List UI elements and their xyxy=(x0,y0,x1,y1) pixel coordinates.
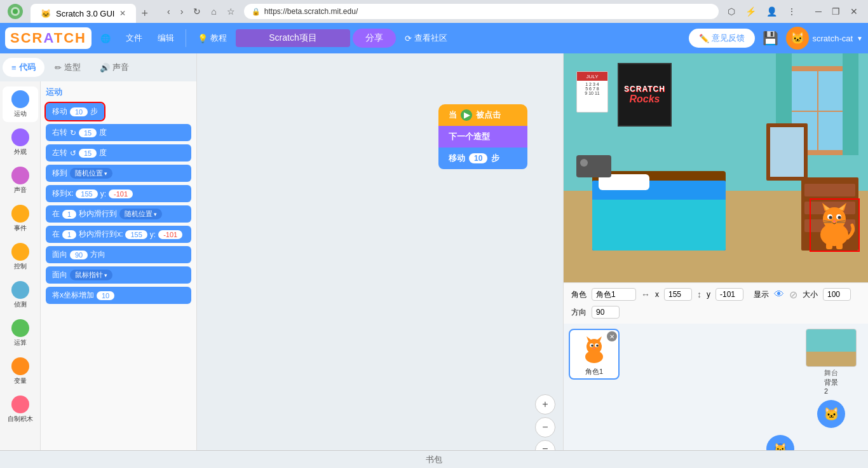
script-canvas[interactable]: 当 ▶ 被点击 下一个造型 移动 10 步 ▼ ✕ xyxy=(197,53,563,468)
save-button[interactable]: 💾 xyxy=(757,28,783,48)
sprite-delete-button[interactable]: ✕ xyxy=(607,331,617,341)
y-arrow-icon: ↕ xyxy=(697,289,702,299)
category-motion[interactable]: 运动 xyxy=(3,86,38,122)
glide-xy-value: 1 xyxy=(62,230,76,239)
active-tab[interactable]: 🐱 Scratch 3.0 GUI ✕ xyxy=(31,4,136,23)
turn-left-block[interactable]: 左转 ↺ 15 度 xyxy=(46,144,191,162)
hide-eye-button[interactable]: ⊘ xyxy=(789,289,797,301)
tab-close-button[interactable]: ✕ xyxy=(119,9,126,18)
forward-button[interactable]: › xyxy=(177,5,187,18)
add-backdrop-button[interactable]: 🐱 xyxy=(817,400,845,428)
y-input[interactable] xyxy=(715,288,743,301)
turn-right-value: 15 xyxy=(79,128,97,137)
sprite-name-input[interactable] xyxy=(592,288,636,301)
goto-dropdown[interactable]: 随机位置 ▾ xyxy=(70,168,112,179)
turn-right-block[interactable]: 右转 ↻ 15 度 xyxy=(46,124,191,141)
share-button[interactable]: 分享 xyxy=(353,29,396,48)
next-costume-block[interactable]: 下一个造型 xyxy=(438,126,527,148)
address-bar[interactable]: 🔒 https://beta.scratch.mit.edu/ xyxy=(244,4,719,19)
face-toward-dropdown[interactable]: 鼠标指针 ▾ xyxy=(70,270,112,280)
move-steps-block[interactable]: 移动 10 步 xyxy=(438,148,527,169)
main-area: ≡ 代码 ✏ 造型 🔊 声音 运动 外观 xyxy=(0,53,868,468)
edit-menu-button[interactable]: 编辑 xyxy=(151,29,180,48)
category-myblocks[interactable]: 自制积木 xyxy=(3,392,38,427)
face-dir-block[interactable]: 面向 90 方向 xyxy=(46,246,191,263)
flag-in-hat: ▶ xyxy=(461,109,472,121)
goto-xy-block[interactable]: 移到x: 155 y: -101 xyxy=(46,185,191,202)
change-x-block[interactable]: 将x坐标增加 10 xyxy=(46,287,191,304)
dir-input[interactable] xyxy=(592,306,620,319)
edit-label: 编辑 xyxy=(158,32,174,44)
size-label: 大小 xyxy=(803,289,818,300)
browser-menu-button[interactable]: ⋮ xyxy=(783,5,800,18)
browser-tab-strip: 🐱 Scratch 3.0 GUI ✕ + xyxy=(31,0,153,23)
move-block[interactable]: 移动 10 步 xyxy=(46,103,104,120)
tab-costumes[interactable]: ✏ 造型 xyxy=(46,58,90,77)
feedback-button[interactable]: ✏️ 意见反馈 xyxy=(689,29,755,48)
tutorial-label: 教程 xyxy=(210,32,227,44)
svg-rect-18 xyxy=(826,243,832,249)
close-window-button[interactable]: ✕ xyxy=(845,4,863,19)
size-input[interactable] xyxy=(823,288,851,301)
motion-label: 运动 xyxy=(14,109,27,118)
browser-nav-controls: ‹ › ↻ ⌂ ☆ xyxy=(163,5,239,18)
category-variables[interactable]: 变量 xyxy=(3,354,38,389)
file-menu-button[interactable]: 文件 xyxy=(119,29,149,48)
category-sound[interactable]: 声音 xyxy=(3,163,38,198)
category-sensing[interactable]: 侦测 xyxy=(3,277,38,313)
project-name-input[interactable] xyxy=(236,29,350,47)
tab-favicon: 🐱 xyxy=(41,9,51,18)
new-tab-button[interactable]: + xyxy=(136,4,153,23)
dresser-drawer-1 xyxy=(804,184,855,196)
save-icon: 💾 xyxy=(763,31,778,45)
stage-thumb-bg xyxy=(806,329,856,366)
glide-xy-block[interactable]: 在 1 秒内滑行到x: 155 y: -101 xyxy=(46,226,191,243)
profile-button[interactable]: 👤 xyxy=(763,5,781,18)
stage-thumbnail[interactable] xyxy=(806,329,857,367)
zoom-out-button[interactable]: − xyxy=(535,417,555,437)
scratch-poster: SCRATCH Rocks xyxy=(618,63,672,127)
tutorial-button[interactable]: 💡 教程 xyxy=(191,29,233,48)
restore-window-button[interactable]: ❐ xyxy=(827,4,845,19)
refresh-button[interactable]: ↻ xyxy=(189,5,205,18)
move-block-selected[interactable]: 移动 10 步 xyxy=(46,103,104,120)
user-menu[interactable]: 🐱 scratch-cat ▼ xyxy=(786,27,863,50)
glide-block[interactable]: 在 1 秒内滑行到 随机位置 ▾ xyxy=(46,205,191,223)
hat-block[interactable]: 当 ▶ 被点击 xyxy=(438,104,527,126)
window-bar-v xyxy=(817,71,818,150)
bg-count: 2 xyxy=(824,387,828,395)
category-control[interactable]: 控制 xyxy=(3,239,38,275)
move-steps-value: 10 xyxy=(469,153,487,163)
goto-label: 移到 xyxy=(52,168,67,179)
glide-value: 1 xyxy=(62,210,76,219)
community-button[interactable]: ⟳ 查看社区 xyxy=(398,29,454,48)
add-backdrop-button-container: 🐱 xyxy=(817,400,845,428)
x-input[interactable] xyxy=(664,288,692,301)
cast-button[interactable]: ⬡ xyxy=(724,5,739,18)
bookmark-button[interactable]: ☆ xyxy=(223,5,239,18)
user-avatar: 🐱 xyxy=(786,27,809,50)
extensions-button[interactable]: ⚡ xyxy=(742,5,760,18)
goto-block[interactable]: 移到 随机位置 ▾ xyxy=(46,165,191,182)
tab-sounds[interactable]: 🔊 声音 xyxy=(91,58,138,77)
globe-button[interactable]: 🌐 xyxy=(94,30,117,47)
category-events[interactable]: 事件 xyxy=(3,201,38,237)
category-looks[interactable]: 外观 xyxy=(3,125,38,160)
sprite-thumb-1[interactable]: ✕ 角色1 xyxy=(569,329,620,380)
glide-dropdown[interactable]: 随机位置 ▾ xyxy=(119,209,162,219)
category-operators[interactable]: 运算 xyxy=(3,315,38,351)
home-button[interactable]: ⌂ xyxy=(207,5,220,18)
zoom-in-button[interactable]: + xyxy=(535,394,555,415)
back-button[interactable]: ‹ xyxy=(163,5,174,18)
glide-unit: 秒内滑行到 xyxy=(79,209,117,219)
show-eye-button[interactable]: 👁 xyxy=(774,289,784,300)
tab-code[interactable]: ≡ 代码 xyxy=(3,58,44,77)
calendar: JULY 1 2 3 45 6 7 89 10 11 xyxy=(576,71,608,113)
minimize-window-button[interactable]: ─ xyxy=(810,4,827,19)
url-text: https://beta.scratch.mit.edu/ xyxy=(264,7,358,16)
next-costume-label: 下一个造型 xyxy=(449,132,490,141)
bg-label: 背景 2 xyxy=(824,378,838,395)
face-toward-block[interactable]: 面向 鼠标指针 ▾ xyxy=(46,266,191,284)
events-dot xyxy=(11,205,29,223)
sprite-label: 角色 xyxy=(571,289,587,300)
